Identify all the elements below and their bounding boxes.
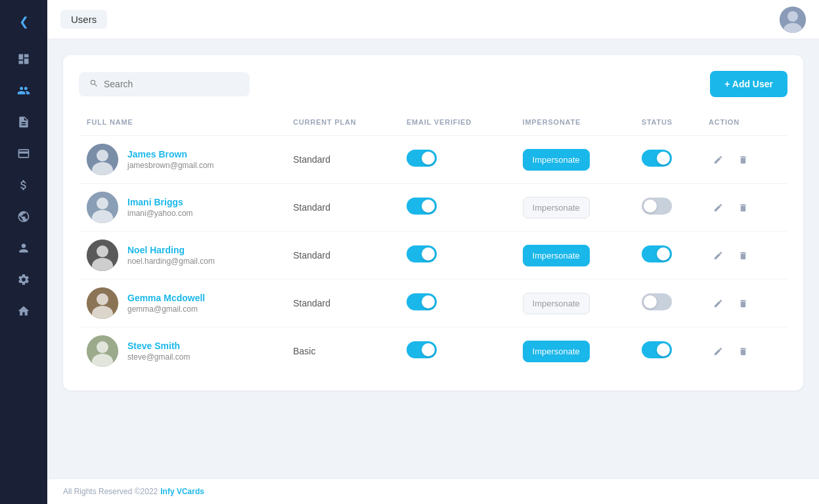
content-area: + Add User Full Name Current Plan Email … bbox=[47, 39, 819, 478]
user-avatar bbox=[87, 192, 118, 223]
table-header-row: Full Name Current Plan Email Verified Im… bbox=[79, 113, 787, 136]
impersonate-button[interactable]: Impersonate bbox=[523, 149, 590, 171]
user-name: James Brown bbox=[127, 149, 214, 159]
user-details: Imani Briggs imani@yahoo.com bbox=[127, 197, 193, 218]
search-box[interactable] bbox=[79, 72, 250, 96]
status-toggle[interactable] bbox=[642, 198, 672, 215]
toggle-knob bbox=[422, 295, 435, 308]
status-toggle[interactable] bbox=[642, 245, 672, 262]
email-verified-toggle[interactable] bbox=[407, 245, 437, 262]
col-email-verified: Email Verified bbox=[399, 113, 515, 136]
sidebar: ❮ bbox=[0, 0, 47, 504]
sidebar-item-users[interactable] bbox=[11, 77, 37, 104]
action-icons bbox=[709, 150, 780, 169]
toggle-slider[interactable] bbox=[407, 293, 437, 310]
user-name: Gemma Mcdowell bbox=[127, 293, 205, 303]
cell-email-verified bbox=[399, 136, 515, 184]
user-name: Steve Smith bbox=[127, 341, 190, 351]
cell-plan: Standard bbox=[285, 136, 399, 184]
svg-point-1 bbox=[787, 11, 798, 22]
status-toggle[interactable] bbox=[642, 150, 672, 167]
sidebar-item-globe[interactable] bbox=[11, 203, 37, 230]
status-toggle-slider[interactable] bbox=[642, 150, 672, 167]
sidebar-item-billing[interactable] bbox=[11, 172, 37, 198]
users-card: + Add User Full Name Current Plan Email … bbox=[63, 55, 803, 390]
impersonate-button[interactable]: Impersonate bbox=[523, 245, 590, 266]
email-verified-toggle[interactable] bbox=[407, 293, 437, 310]
user-email: noel.harding@gmail.com bbox=[127, 257, 215, 266]
collapse-sidebar-button[interactable]: ❮ bbox=[12, 8, 35, 35]
delete-icon[interactable] bbox=[734, 150, 753, 169]
add-user-button[interactable]: + Add User bbox=[710, 71, 787, 97]
toggle-slider[interactable] bbox=[407, 150, 437, 167]
col-action: Action bbox=[701, 113, 787, 136]
sidebar-item-dashboard[interactable] bbox=[11, 46, 37, 72]
user-info: Imani Briggs imani@yahoo.com bbox=[87, 192, 277, 223]
sidebar-item-cards[interactable] bbox=[11, 140, 37, 167]
user-info: Steve Smith steve@gmail.com bbox=[87, 335, 277, 367]
toggle-slider[interactable] bbox=[407, 198, 437, 215]
col-impersonate: Impersonate bbox=[515, 113, 634, 136]
cell-status bbox=[634, 136, 701, 184]
footer-brand: Infy VCards bbox=[160, 487, 204, 496]
delete-icon[interactable] bbox=[734, 198, 753, 217]
search-input[interactable] bbox=[104, 79, 239, 89]
cell-action bbox=[701, 136, 787, 184]
cell-action bbox=[701, 327, 787, 375]
edit-icon[interactable] bbox=[709, 341, 728, 361]
action-icons bbox=[709, 293, 780, 313]
cell-impersonate: Impersonate bbox=[515, 136, 634, 184]
email-verified-toggle[interactable] bbox=[407, 198, 437, 215]
user-email: imani@yahoo.com bbox=[127, 209, 193, 218]
col-full-name: Full Name bbox=[79, 113, 285, 136]
sidebar-item-home[interactable] bbox=[11, 298, 37, 324]
email-verified-toggle[interactable] bbox=[407, 150, 437, 167]
cell-full-name: Gemma Mcdowell gemma@gmail.com bbox=[79, 280, 285, 327]
table-row: Imani Briggs imani@yahoo.com Standard Im… bbox=[79, 184, 787, 232]
cell-action bbox=[701, 184, 787, 232]
status-toggle[interactable] bbox=[642, 341, 672, 358]
avatar[interactable] bbox=[780, 7, 806, 33]
impersonate-button[interactable]: Impersonate bbox=[523, 293, 590, 314]
status-toggle-slider[interactable] bbox=[642, 293, 672, 310]
delete-icon[interactable] bbox=[734, 341, 753, 361]
cell-full-name: James Brown jamesbrown@gmail.com bbox=[79, 136, 285, 184]
cell-plan: Basic bbox=[285, 327, 399, 375]
users-table: Full Name Current Plan Email Verified Im… bbox=[79, 113, 787, 375]
impersonate-button[interactable]: Impersonate bbox=[523, 197, 590, 219]
delete-icon[interactable] bbox=[734, 245, 753, 265]
action-icons bbox=[709, 198, 780, 217]
email-verified-toggle[interactable] bbox=[407, 341, 437, 358]
cell-full-name: Noel Harding noel.harding@gmail.com bbox=[79, 232, 285, 280]
action-icons bbox=[709, 341, 780, 361]
user-avatar bbox=[87, 240, 118, 271]
status-toggle-slider[interactable] bbox=[642, 341, 672, 358]
toolbar: + Add User bbox=[79, 71, 787, 97]
cell-full-name: Imani Briggs imani@yahoo.com bbox=[79, 184, 285, 232]
status-toggle[interactable] bbox=[642, 293, 672, 310]
status-toggle-slider[interactable] bbox=[642, 245, 672, 262]
sidebar-item-settings[interactable] bbox=[11, 266, 37, 293]
edit-icon[interactable] bbox=[709, 293, 728, 313]
toggle-slider[interactable] bbox=[407, 341, 437, 358]
toggle-slider[interactable] bbox=[407, 245, 437, 262]
table-row: James Brown jamesbrown@gmail.com Standar… bbox=[79, 136, 787, 184]
user-email: gemma@gmail.com bbox=[127, 304, 205, 314]
status-toggle-knob bbox=[657, 343, 670, 356]
toggle-knob bbox=[422, 343, 435, 356]
user-avatar bbox=[87, 335, 118, 367]
edit-icon[interactable] bbox=[709, 198, 728, 217]
sidebar-item-reports[interactable] bbox=[11, 109, 37, 135]
sidebar-item-profile[interactable] bbox=[11, 235, 37, 261]
user-name: Noel Harding bbox=[127, 245, 215, 255]
status-toggle-slider[interactable] bbox=[642, 198, 672, 215]
edit-icon[interactable] bbox=[709, 245, 728, 265]
edit-icon[interactable] bbox=[709, 150, 728, 169]
status-toggle-knob bbox=[644, 295, 657, 308]
cell-impersonate: Impersonate bbox=[515, 280, 634, 327]
cell-plan: Standard bbox=[285, 232, 399, 280]
impersonate-button[interactable]: Impersonate bbox=[523, 341, 590, 362]
delete-icon[interactable] bbox=[734, 293, 753, 313]
cell-status bbox=[634, 184, 701, 232]
cell-action bbox=[701, 280, 787, 327]
